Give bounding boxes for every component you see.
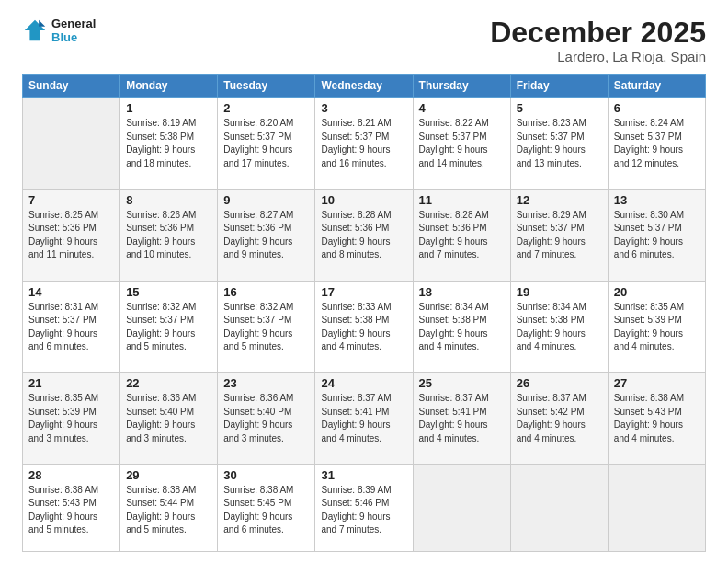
day-info: Sunrise: 8:38 AM Sunset: 5:45 PM Dayligh…	[223, 484, 309, 537]
calendar-cell: 1Sunrise: 8:19 AM Sunset: 5:38 PM Daylig…	[120, 98, 218, 190]
day-number: 1	[126, 101, 211, 115]
day-info: Sunrise: 8:36 AM Sunset: 5:40 PM Dayligh…	[223, 392, 309, 445]
calendar-cell: 29Sunrise: 8:38 AM Sunset: 5:44 PM Dayli…	[120, 464, 218, 551]
day-info: Sunrise: 8:20 AM Sunset: 5:37 PM Dayligh…	[223, 117, 309, 170]
calendar-cell: 18Sunrise: 8:34 AM Sunset: 5:38 PM Dayli…	[413, 281, 510, 373]
calendar-cell: 19Sunrise: 8:34 AM Sunset: 5:38 PM Dayli…	[510, 281, 608, 373]
header-cell-thursday: Thursday	[413, 75, 510, 98]
day-number: 9	[223, 193, 309, 207]
calendar-cell: 22Sunrise: 8:36 AM Sunset: 5:40 PM Dayli…	[120, 373, 218, 465]
calendar-cell: 12Sunrise: 8:29 AM Sunset: 5:37 PM Dayli…	[510, 189, 608, 281]
day-number: 26	[517, 376, 602, 390]
svg-marker-1	[39, 20, 45, 27]
calendar-week-2: 7Sunrise: 8:25 AM Sunset: 5:36 PM Daylig…	[23, 189, 706, 281]
day-number: 19	[517, 285, 602, 299]
calendar-cell: 15Sunrise: 8:32 AM Sunset: 5:37 PM Dayli…	[120, 281, 218, 373]
day-info: Sunrise: 8:36 AM Sunset: 5:40 PM Dayligh…	[126, 392, 211, 445]
calendar-cell: 17Sunrise: 8:33 AM Sunset: 5:38 PM Dayli…	[315, 281, 413, 373]
day-number: 14	[28, 285, 114, 299]
day-number: 5	[517, 101, 602, 115]
day-number: 15	[126, 285, 211, 299]
day-number: 7	[28, 193, 114, 207]
day-info: Sunrise: 8:33 AM Sunset: 5:38 PM Dayligh…	[321, 301, 406, 354]
day-info: Sunrise: 8:37 AM Sunset: 5:41 PM Dayligh…	[419, 392, 505, 445]
logo-icon	[22, 17, 48, 43]
header-row: SundayMondayTuesdayWednesdayThursdayFrid…	[23, 75, 706, 98]
day-number: 4	[419, 101, 505, 115]
day-info: Sunrise: 8:25 AM Sunset: 5:36 PM Dayligh…	[28, 209, 114, 262]
calendar-cell: 10Sunrise: 8:28 AM Sunset: 5:36 PM Dayli…	[315, 189, 413, 281]
calendar-cell	[608, 464, 705, 551]
day-number: 29	[126, 468, 211, 482]
day-info: Sunrise: 8:21 AM Sunset: 5:37 PM Dayligh…	[321, 117, 406, 170]
calendar-cell: 5Sunrise: 8:23 AM Sunset: 5:37 PM Daylig…	[510, 98, 608, 190]
day-number: 13	[614, 193, 700, 207]
calendar-cell: 11Sunrise: 8:28 AM Sunset: 5:36 PM Dayli…	[413, 189, 510, 281]
header-cell-tuesday: Tuesday	[218, 75, 315, 98]
day-number: 10	[321, 193, 406, 207]
day-number: 18	[419, 285, 505, 299]
day-number: 6	[614, 101, 700, 115]
day-number: 22	[126, 376, 211, 390]
day-number: 2	[223, 101, 309, 115]
calendar-cell: 8Sunrise: 8:26 AM Sunset: 5:36 PM Daylig…	[120, 189, 218, 281]
calendar-cell: 30Sunrise: 8:38 AM Sunset: 5:45 PM Dayli…	[218, 464, 315, 551]
day-info: Sunrise: 8:32 AM Sunset: 5:37 PM Dayligh…	[126, 301, 211, 354]
day-number: 3	[321, 101, 406, 115]
day-number: 24	[321, 376, 406, 390]
day-info: Sunrise: 8:24 AM Sunset: 5:37 PM Dayligh…	[614, 117, 700, 170]
calendar-cell: 14Sunrise: 8:31 AM Sunset: 5:37 PM Dayli…	[23, 281, 120, 373]
day-info: Sunrise: 8:37 AM Sunset: 5:42 PM Dayligh…	[517, 392, 602, 445]
calendar-cell: 16Sunrise: 8:32 AM Sunset: 5:37 PM Dayli…	[218, 281, 315, 373]
day-number: 28	[28, 468, 114, 482]
calendar-cell	[23, 98, 120, 190]
day-number: 20	[614, 285, 700, 299]
calendar-cell: 2Sunrise: 8:20 AM Sunset: 5:37 PM Daylig…	[218, 98, 315, 190]
calendar-cell: 27Sunrise: 8:38 AM Sunset: 5:43 PM Dayli…	[608, 373, 705, 465]
day-info: Sunrise: 8:34 AM Sunset: 5:38 PM Dayligh…	[517, 301, 602, 354]
calendar-cell: 28Sunrise: 8:38 AM Sunset: 5:43 PM Dayli…	[23, 464, 120, 551]
header-cell-sunday: Sunday	[23, 75, 120, 98]
day-number: 17	[321, 285, 406, 299]
day-number: 23	[223, 376, 309, 390]
day-info: Sunrise: 8:34 AM Sunset: 5:38 PM Dayligh…	[419, 301, 505, 354]
calendar-cell	[413, 464, 510, 551]
calendar-cell: 20Sunrise: 8:35 AM Sunset: 5:39 PM Dayli…	[608, 281, 705, 373]
day-info: Sunrise: 8:39 AM Sunset: 5:46 PM Dayligh…	[321, 484, 406, 537]
calendar-week-1: 1Sunrise: 8:19 AM Sunset: 5:38 PM Daylig…	[23, 98, 706, 190]
header-cell-saturday: Saturday	[608, 75, 705, 98]
calendar-cell: 3Sunrise: 8:21 AM Sunset: 5:37 PM Daylig…	[315, 98, 413, 190]
page: General Blue December 2025 Lardero, La R…	[0, 0, 728, 563]
title-area: December 2025 Lardero, La Rioja, Spain	[490, 17, 706, 64]
calendar-cell: 31Sunrise: 8:39 AM Sunset: 5:46 PM Dayli…	[315, 464, 413, 551]
calendar-body: 1Sunrise: 8:19 AM Sunset: 5:38 PM Daylig…	[23, 98, 706, 552]
calendar-cell	[510, 464, 608, 551]
calendar-cell: 9Sunrise: 8:27 AM Sunset: 5:36 PM Daylig…	[218, 189, 315, 281]
calendar-week-3: 14Sunrise: 8:31 AM Sunset: 5:37 PM Dayli…	[23, 281, 706, 373]
day-info: Sunrise: 8:38 AM Sunset: 5:43 PM Dayligh…	[614, 392, 700, 445]
day-info: Sunrise: 8:22 AM Sunset: 5:37 PM Dayligh…	[419, 117, 505, 170]
day-info: Sunrise: 8:28 AM Sunset: 5:36 PM Dayligh…	[321, 209, 406, 262]
day-info: Sunrise: 8:38 AM Sunset: 5:43 PM Dayligh…	[28, 484, 114, 537]
day-info: Sunrise: 8:28 AM Sunset: 5:36 PM Dayligh…	[419, 209, 505, 262]
calendar-header: SundayMondayTuesdayWednesdayThursdayFrid…	[23, 75, 706, 98]
day-info: Sunrise: 8:37 AM Sunset: 5:41 PM Dayligh…	[321, 392, 406, 445]
header: General Blue December 2025 Lardero, La R…	[22, 17, 706, 64]
calendar-week-4: 21Sunrise: 8:35 AM Sunset: 5:39 PM Dayli…	[23, 373, 706, 465]
calendar-week-5: 28Sunrise: 8:38 AM Sunset: 5:43 PM Dayli…	[23, 464, 706, 551]
day-info: Sunrise: 8:29 AM Sunset: 5:37 PM Dayligh…	[517, 209, 602, 262]
calendar-cell: 21Sunrise: 8:35 AM Sunset: 5:39 PM Dayli…	[23, 373, 120, 465]
month-title: December 2025	[490, 17, 706, 49]
calendar-cell: 24Sunrise: 8:37 AM Sunset: 5:41 PM Dayli…	[315, 373, 413, 465]
logo-text: General Blue	[51, 17, 96, 44]
calendar-cell: 13Sunrise: 8:30 AM Sunset: 5:37 PM Dayli…	[608, 189, 705, 281]
calendar-cell: 6Sunrise: 8:24 AM Sunset: 5:37 PM Daylig…	[608, 98, 705, 190]
day-number: 8	[126, 193, 211, 207]
day-info: Sunrise: 8:32 AM Sunset: 5:37 PM Dayligh…	[223, 301, 309, 354]
calendar-cell: 7Sunrise: 8:25 AM Sunset: 5:36 PM Daylig…	[23, 189, 120, 281]
day-info: Sunrise: 8:26 AM Sunset: 5:36 PM Dayligh…	[126, 209, 211, 262]
day-number: 16	[223, 285, 309, 299]
calendar-table: SundayMondayTuesdayWednesdayThursdayFrid…	[22, 74, 706, 552]
day-info: Sunrise: 8:38 AM Sunset: 5:44 PM Dayligh…	[126, 484, 211, 537]
day-info: Sunrise: 8:30 AM Sunset: 5:37 PM Dayligh…	[614, 209, 700, 262]
